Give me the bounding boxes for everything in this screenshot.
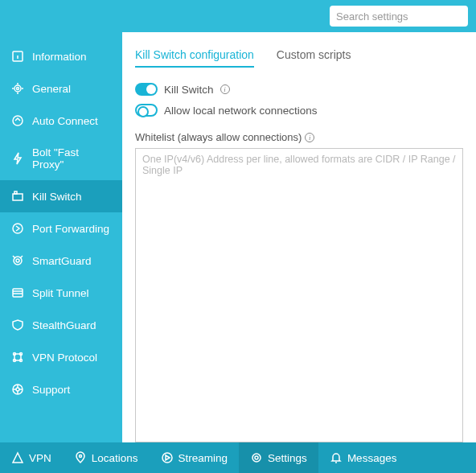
port-forwarding-icon [11,222,24,235]
bottombar-label: Settings [268,452,307,464]
sidebar-item-information[interactable]: Information [0,40,122,72]
sidebar-item-label: VPN Protocol [32,352,97,364]
sidebar-item-split-tunnel[interactable]: Split Tunnel [0,277,122,309]
top-row [0,0,476,32]
bottombar-label: VPN [29,452,51,464]
bottombar-label: Streaming [178,452,228,464]
location-icon [74,451,87,464]
sidebar-item-stealthguard[interactable]: StealthGuard [0,309,122,341]
support-icon [11,383,24,396]
svg-rect-10 [13,194,23,200]
whitelist-textarea[interactable]: One IP(v4/v6) Address per line, allowed … [135,148,463,442]
svg-point-29 [16,388,19,391]
protocol-icon [11,351,24,364]
allow-local-toggle[interactable] [135,104,158,117]
sidebar-item-label: SmartGuard [32,255,92,267]
top-left-spacer [0,0,122,32]
bottombar-vpn[interactable]: VPN [0,442,63,473]
bottombar-streaming[interactable]: Streaming [150,442,240,473]
sidebar-item-auto-connect[interactable]: Auto Connect [0,105,122,137]
middle-row: Information General Auto Connect Bolt "F… [0,32,476,442]
svg-point-3 [14,85,21,92]
whitelist-label: Whitelist (always allow connections) [135,131,302,143]
content-pane: Kill Switch configuration Custom scripts… [122,32,476,442]
sidebar-item-general[interactable]: General [0,72,122,105]
svg-point-4 [17,88,19,90]
info-icon[interactable]: i [220,84,230,94]
bottombar-label: Locations [92,452,138,464]
svg-rect-17 [13,289,23,297]
smartguard-icon [11,254,24,267]
play-icon [161,451,174,464]
gear-icon [250,451,263,464]
options-group: Kill Switch i Allow local network connec… [135,83,463,117]
app-root: Information General Auto Connect Bolt "F… [0,0,476,473]
option-allow-local: Allow local network connections [135,104,463,117]
svg-point-14 [16,259,19,262]
bottombar-settings[interactable]: Settings [239,442,318,473]
svg-point-9 [13,116,23,125]
auto-connect-icon [11,114,24,127]
kill-switch-toggle[interactable] [135,83,158,96]
sidebar-item-smartguard[interactable]: SmartGuard [0,245,122,277]
sidebar: Information General Auto Connect Bolt "F… [0,32,122,442]
bolt-icon [11,152,24,165]
svg-line-15 [13,256,15,258]
sidebar-item-label: Kill Switch [32,191,82,203]
option-kill-switch: Kill Switch i [135,83,463,96]
shield-icon [11,319,24,331]
svg-line-16 [20,256,23,258]
svg-rect-11 [14,191,17,194]
sidebar-item-label: Split Tunnel [32,287,89,299]
svg-point-36 [252,454,261,462]
kill-switch-label: Kill Switch [164,84,214,96]
sidebar-item-label: Support [32,384,70,396]
svg-point-12 [13,224,23,233]
sidebar-item-label: Information [32,51,87,63]
bell-icon [330,451,343,464]
tab-custom-scripts[interactable]: Custom scripts [277,48,351,68]
search-wrapper [122,0,476,32]
bottombar-locations[interactable]: Locations [63,442,150,473]
bottombar-label: Messages [347,452,397,464]
sidebar-item-label: General [32,83,71,95]
sidebar-item-label: Bolt "Fast Proxy" [32,146,111,171]
sidebar-item-support[interactable]: Support [0,373,122,405]
svg-point-34 [79,455,81,458]
info-icon[interactable]: i [305,133,314,142]
sidebar-item-port-forwarding[interactable]: Port Forwarding [0,212,122,245]
kill-switch-icon [11,190,24,203]
vpn-icon [11,451,24,464]
split-tunnel-icon [11,286,24,299]
gear-icon [11,82,24,95]
whitelist-label-row: Whitelist (always allow connections) i [135,131,463,143]
sidebar-item-bolt[interactable]: Bolt "Fast Proxy" [0,137,122,180]
sidebar-item-label: Port Forwarding [32,223,109,235]
sidebar-item-vpn-protocol[interactable]: VPN Protocol [0,341,122,373]
tab-bar: Kill Switch configuration Custom scripts [135,48,463,68]
allow-local-label: Allow local network connections [164,105,318,117]
sidebar-item-kill-switch[interactable]: Kill Switch [0,180,122,212]
info-icon [11,50,24,63]
bottom-bar: VPN Locations Streaming Settings Message… [0,442,476,473]
search-input[interactable] [330,6,468,27]
bottombar-messages[interactable]: Messages [318,442,408,473]
tab-kill-switch-config[interactable]: Kill Switch configuration [135,48,254,68]
sidebar-item-label: StealthGuard [32,319,96,331]
sidebar-item-label: Auto Connect [32,115,98,127]
svg-point-37 [255,456,258,459]
